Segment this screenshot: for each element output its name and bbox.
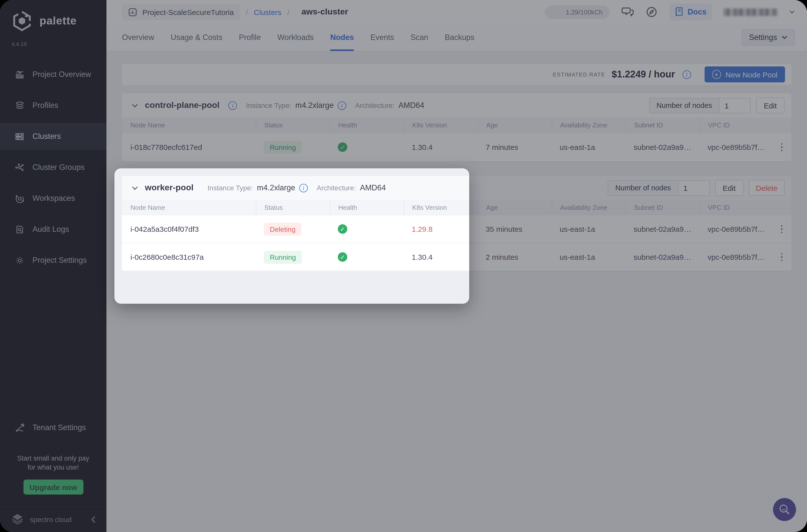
architecture-label: Architecture: (317, 184, 356, 192)
instance-type-value: m4.2xlarge (257, 183, 295, 192)
worker-pool-header: worker-pool Instance Type: m4.2xlarge i … (122, 176, 469, 200)
column-header: Status (256, 200, 330, 215)
k8s-version-cell: 1.30.4 (404, 243, 469, 271)
column-header: Health (330, 200, 404, 215)
table-row: i-0c2680c0e8c31c97a Running ✓ 1.30.4 (122, 243, 469, 271)
node-name-cell: i-0c2680c0e8c31c97a (122, 243, 256, 271)
tutorial-spotlight: worker-pool Instance Type: m4.2xlarge i … (114, 168, 469, 304)
health-check-icon: ✓ (338, 252, 347, 262)
health-cell: ✓ (330, 215, 404, 243)
column-header: K8s Version (404, 200, 469, 215)
architecture-value: AMD64 (360, 183, 386, 192)
stage: palette 4.4.19 Project Overview Profiles (0, 0, 807, 532)
node-name-cell: i-042a5a3c0f4f07df3 (122, 215, 256, 243)
status-cell: Deleting (256, 215, 330, 243)
info-icon[interactable]: i (299, 184, 308, 192)
status-cell: Running (256, 243, 330, 271)
k8s-version-cell: 1.29.8 (404, 215, 469, 243)
health-check-icon: ✓ (338, 224, 347, 234)
column-header: Node Name (122, 200, 256, 215)
table-row: i-042a5a3c0f4f07df3 Deleting ✓ 1.29.8 (122, 215, 469, 243)
table-header: Node Name Status Health K8s Version Age (122, 200, 469, 215)
app-window: palette 4.4.19 Project Overview Profiles (0, 0, 807, 532)
pool-name: worker-pool (145, 183, 194, 193)
collapse-pool-chevron-icon[interactable] (130, 185, 139, 191)
health-cell: ✓ (330, 243, 404, 271)
worker-pool-spotlight-card: worker-pool Instance Type: m4.2xlarge i … (122, 176, 469, 271)
instance-type-label: Instance Type: (208, 184, 253, 192)
